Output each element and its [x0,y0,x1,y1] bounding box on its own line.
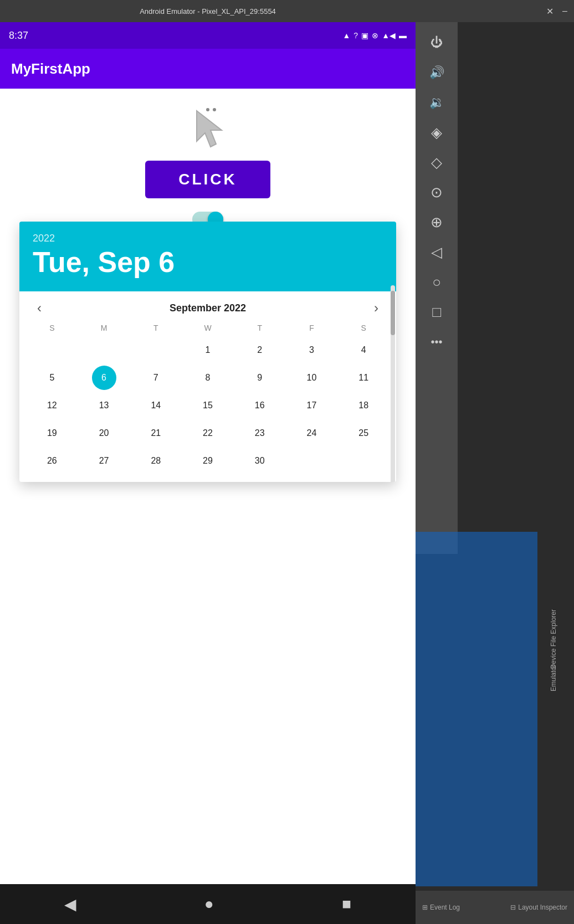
calendar-day[interactable]: 11 [351,366,376,390]
device-file-explorer-label[interactable]: Device File Explorer [550,609,557,669]
calendar-day[interactable]: 25 [351,421,376,445]
dp-header: 2022 Tue, Sep 6 [19,222,396,291]
bottom-bar: ⊞ Event Log ⊟ Layout Inspector [416,891,574,924]
layout-inspector-label: Layout Inspector [518,904,567,911]
question-icon: ? [353,31,358,40]
title-bar-text: Android Emulator - Pixel_XL_API_29:5554 [140,7,276,16]
nav-bar: ◀ ● ■ [0,884,416,924]
sd-icon: ▣ [361,31,368,40]
calendar-day[interactable]: 30 [248,449,272,473]
event-log-button[interactable]: ⊞ Event Log [422,904,460,911]
calendar-day[interactable]: 18 [351,393,376,418]
calendar-day[interactable]: 2 [248,338,272,362]
recents-nav-icon[interactable]: ■ [342,895,351,913]
calendar-day[interactable]: 29 [196,449,220,473]
calendar-day [40,338,64,362]
calendar-day[interactable]: 15 [196,393,220,418]
status-icons: ▲ ? ▣ ⊗ ▲◀ ▬ [342,31,407,40]
calendar-day [144,338,168,362]
date-picker: 2022 Tue, Sep 6 ‹ September 2022 › SMTWT… [19,222,396,482]
calendar-day[interactable]: 12 [40,393,64,418]
calendar-day [299,449,324,473]
calendar-day[interactable]: 28 [144,449,168,473]
back-control-button[interactable]: ◁ [423,238,450,266]
svg-point-1 [206,108,209,111]
back-nav-icon[interactable]: ◀ [64,895,76,913]
dp-date-big: Tue, Sep 6 [33,247,383,278]
event-log-icon: ⊞ [422,904,428,911]
calendar-day[interactable]: 1 [196,338,220,362]
recents-control-button[interactable]: □ [423,298,450,326]
calendar-day[interactable]: 21 [144,421,168,445]
minimize-button[interactable]: – [562,6,567,16]
calendar-day[interactable]: 27 [92,449,116,473]
calendar-day[interactable]: 9 [248,366,272,390]
calendar-day[interactable]: 10 [299,366,324,390]
click-button[interactable]: CLICK [145,161,270,198]
status-bar: 8:37 ▲ ? ▣ ⊗ ▲◀ ▬ [0,22,416,49]
more-control-button[interactable]: ••• [423,328,450,356]
prev-month-button[interactable]: ‹ [33,300,46,316]
home-control-button[interactable]: ○ [423,268,450,296]
calendar-scrollbar-thumb [391,291,395,335]
decorative-icon [180,105,235,150]
emulator-label[interactable]: Emulator [550,665,557,691]
calendar-day[interactable]: 22 [196,421,220,445]
calendar-month-year: September 2022 [170,302,246,314]
calendar-day[interactable]: 8 [196,366,220,390]
home-nav-icon[interactable]: ● [204,895,214,913]
day-header: S [337,320,390,336]
dp-year: 2022 [33,233,383,244]
wifi-icon: ▲ [342,31,350,40]
day-header: T [234,320,286,336]
calendar-day[interactable]: 4 [351,338,376,362]
svg-marker-0 [197,111,222,147]
status-time: 8:37 [9,30,28,42]
signal-icon: ▲◀ [382,31,396,40]
calendar-day[interactable]: 19 [40,421,64,445]
day-header: W [182,320,234,336]
calendar-day[interactable]: 5 [40,366,64,390]
day-header: T [130,320,182,336]
calendar-day[interactable]: 26 [40,449,64,473]
event-log-label: Event Log [430,904,460,911]
volume-up-button[interactable]: 🔊 [423,59,450,86]
calendar-day[interactable]: 17 [299,393,324,418]
calendar-day[interactable]: 23 [248,421,272,445]
calendar-nav: ‹ September 2022 › [19,291,396,320]
calendar-day[interactable]: 24 [299,421,324,445]
next-month-button[interactable]: › [370,300,383,316]
app-bar: MyFirstApp [0,49,416,89]
right-toolbar: ⏻ 🔊 🔉 ◈ ◇ ⊙ ⊕ ◁ ○ □ ••• [416,22,458,554]
calendar-day[interactable]: 16 [248,393,272,418]
at-icon: ⊗ [372,31,378,40]
rotate-landscape-button[interactable]: ◇ [423,148,450,176]
app-title: MyFirstApp [11,60,90,78]
layout-inspector-icon: ⊟ [510,904,516,911]
svg-point-2 [213,108,216,111]
calendar-day[interactable]: 7 [144,366,168,390]
calendar-grid: 1234567891011121314151617181920212223242… [19,338,396,482]
calendar-day[interactable]: 20 [92,421,116,445]
phone-frame: 8:37 ▲ ? ▣ ⊗ ▲◀ ▬ MyFirstApp CLICK [0,22,416,924]
calendar-day[interactable]: 13 [92,393,116,418]
day-header: M [78,320,130,336]
close-button[interactable]: ✕ [546,6,554,17]
volume-down-button[interactable]: 🔉 [423,89,450,116]
rotate-portrait-button[interactable]: ◈ [423,119,450,146]
calendar-day[interactable]: 14 [144,393,168,418]
calendar-day-headers: SMTWTFS [19,320,396,336]
window-controls: ✕ – [416,0,574,22]
layout-inspector-button[interactable]: ⊟ Layout Inspector [510,904,567,911]
power-button[interactable]: ⏻ [423,29,450,57]
battery-icon: ▬ [399,31,407,40]
day-header: F [286,320,338,336]
calendar-day[interactable]: 3 [299,338,324,362]
calendar-scrollbar [391,285,395,482]
calendar-day[interactable]: 6 [92,366,116,390]
title-bar: Android Emulator - Pixel_XL_API_29:5554 [0,0,416,22]
zoom-in-button[interactable]: ⊕ [423,208,450,236]
day-header: S [26,320,78,336]
main-content: CLICK 2022年9月6日 2022 Tue, Sep 6 ‹ Septem… [0,89,416,884]
screenshot-button[interactable]: ⊙ [423,178,450,206]
